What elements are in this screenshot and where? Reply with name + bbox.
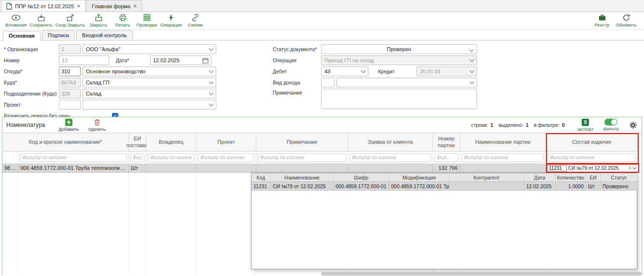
- popup-cell-name[interactable]: СИ №79 от 12.02.2025: [271, 182, 334, 191]
- popup-cell-status[interactable]: Проверено: [601, 182, 638, 191]
- operations-button[interactable]: Операции: [159, 13, 183, 28]
- popup-cell-unit[interactable]: Шт: [586, 182, 601, 191]
- registry-button[interactable]: Реестр: [590, 13, 614, 28]
- department-label: Подразделение (Куда): [4, 91, 59, 97]
- popup-column-header[interactable]: Шифр: [334, 173, 389, 182]
- refresh-button[interactable]: Обновить: [614, 13, 638, 28]
- popup-column-header[interactable]: Статус: [601, 173, 638, 182]
- column-header[interactable]: Примечание: [256, 133, 348, 152]
- column-header[interactable]: Наименование партии: [460, 133, 546, 152]
- settings-gear-icon[interactable]: [630, 122, 637, 129]
- cell-client-order[interactable]: [348, 164, 433, 173]
- popup-column-header[interactable]: Дата: [524, 173, 556, 182]
- print-button[interactable]: Печать: [111, 13, 135, 28]
- popup-cell-contractor[interactable]: [449, 182, 524, 191]
- column-header[interactable]: Проект: [196, 133, 256, 152]
- popup-cell-code[interactable]: 11231: [252, 182, 271, 191]
- project-code-field[interactable]: [59, 100, 81, 110]
- composition-combo[interactable]: СИ №79 от 12.02.2025 ×: [546, 164, 639, 173]
- status-select[interactable]: Проверен: [321, 44, 477, 54]
- credit-select[interactable]: 20.01.01: [417, 67, 477, 76]
- from-select[interactable]: Основное производство: [83, 67, 216, 76]
- links-button[interactable]: Связки: [183, 13, 207, 28]
- from-code-field[interactable]: 310: [59, 67, 81, 76]
- date-field[interactable]: 12.02.2025: [150, 55, 211, 65]
- column-header[interactable]: Код и краткое наименование*: [2, 133, 129, 152]
- cell-batch-number[interactable]: 132 766: [433, 164, 460, 173]
- filter-input-name[interactable]: [20, 153, 127, 162]
- postings-button[interactable]: Проводки: [135, 13, 159, 28]
- clear-icon[interactable]: ×: [627, 166, 633, 171]
- popup-cell-modification[interactable]: 000.4859.1772.000-01 Труба те...: [389, 182, 449, 191]
- horizontal-scrollbar-thumb[interactable]: [321, 272, 642, 276]
- close-tab-icon[interactable]: ×: [77, 3, 80, 9]
- popup-cell-quantity[interactable]: 1.0000: [556, 182, 586, 191]
- chevron-down-icon: [469, 47, 474, 52]
- organization-select[interactable]: ООО "Альфа": [83, 44, 216, 54]
- popup-column-header[interactable]: Количество: [556, 173, 586, 182]
- tab-input-control[interactable]: Входной контроль: [76, 30, 133, 40]
- organization-code-field[interactable]: 1: [59, 44, 81, 54]
- popup-row[interactable]: 11231 СИ №79 от 12.02.2025 000.4859.1772…: [252, 182, 637, 191]
- nomenclature-title: Номенклатура: [6, 122, 45, 128]
- operation-select[interactable]: Приход ГП на склад: [321, 55, 477, 65]
- to-select[interactable]: Склад ГП: [83, 78, 216, 87]
- filter-input-composition[interactable]: [547, 153, 636, 162]
- filter-input-batch-name[interactable]: [462, 153, 544, 162]
- cell-owner[interactable]: [146, 164, 196, 173]
- column-header[interactable]: Заявка от клиента: [348, 133, 433, 152]
- popup-cell-cipher[interactable]: 000.4859.1772.000-01 Тр...: [334, 182, 389, 191]
- cell-note[interactable]: [256, 164, 348, 173]
- filter-input-owner[interactable]: [148, 153, 195, 162]
- export-excel-button[interactable]: X экспорт: [577, 119, 594, 132]
- filter-input-project[interactable]: [198, 153, 254, 162]
- add-row-button[interactable]: Добавить: [58, 119, 80, 132]
- column-header[interactable]: Владелец: [146, 133, 196, 152]
- popup-column-header[interactable]: Контрагент: [449, 173, 524, 182]
- popup-cell-date[interactable]: 12.02.2025: [524, 182, 556, 191]
- filter-input-client-order[interactable]: [350, 153, 431, 162]
- department-code-field[interactable]: 326: [59, 89, 81, 98]
- close-button[interactable]: Закрыть: [86, 13, 111, 28]
- close-tab-icon[interactable]: ×: [133, 3, 137, 9]
- composition-code-input[interactable]: [547, 165, 567, 171]
- table-row[interactable]: 98344 000.4859.1772.000-01 Труба теплоиз…: [2, 164, 642, 173]
- attachments-button[interactable]: Вложения: [4, 13, 28, 28]
- income-type-select[interactable]: [336, 78, 477, 87]
- column-header[interactable]: ЕИ поставки: [129, 133, 146, 152]
- cell-composition[interactable]: СИ №79 от 12.02.2025 ×: [546, 164, 638, 173]
- column-header[interactable]: Состав изделия: [546, 133, 638, 152]
- popup-column-header[interactable]: Наименование: [271, 173, 334, 182]
- column-header[interactable]: Номер партии: [433, 133, 460, 152]
- cell-name[interactable]: 000.4859.1772.000-01 Труба теплоизолиров…: [18, 164, 129, 173]
- save-close-button[interactable]: Сохр.Закрыть: [54, 13, 86, 28]
- department-select[interactable]: Склад: [83, 89, 216, 98]
- cell-batch-name[interactable]: [460, 164, 546, 173]
- cell-project[interactable]: [196, 164, 256, 173]
- tab-main[interactable]: Основная: [3, 31, 41, 41]
- filter-input-note[interactable]: [258, 153, 346, 162]
- tab-signatures[interactable]: Подписи: [42, 30, 75, 40]
- chevron-down-icon: [470, 79, 475, 84]
- window-tab-main-form[interactable]: Главная форма ×: [86, 0, 142, 12]
- chevron-down-icon[interactable]: [632, 166, 636, 169]
- popup-column-header[interactable]: ЕИ: [586, 173, 601, 182]
- window-tab-document[interactable]: ППР №12 от 12.02.2025 ×: [1, 0, 85, 12]
- cell-unit[interactable]: Шт: [129, 164, 146, 173]
- debit-select[interactable]: 43: [321, 67, 368, 76]
- delete-row-button[interactable]: Удалить: [86, 119, 108, 132]
- to-code-field[interactable]: 66763: [59, 78, 81, 87]
- income-type-code-field[interactable]: [321, 78, 335, 87]
- save-button[interactable]: Сохранить: [28, 13, 54, 28]
- filter-toggle[interactable]: фильтр: [603, 119, 619, 131]
- number-field[interactable]: 12: [59, 55, 109, 65]
- filter-input-batch-number[interactable]: [434, 153, 458, 162]
- toggle-on-icon[interactable]: [604, 119, 617, 125]
- popup-column-header[interactable]: Код: [252, 173, 271, 182]
- project-select[interactable]: [83, 100, 216, 110]
- filter-input-unit[interactable]: [130, 153, 144, 162]
- cell-code[interactable]: 98344: [2, 164, 18, 173]
- popup-column-header[interactable]: Модификация: [389, 173, 449, 182]
- calendar-icon[interactable]: [202, 57, 209, 64]
- note-field[interactable]: [321, 89, 477, 109]
